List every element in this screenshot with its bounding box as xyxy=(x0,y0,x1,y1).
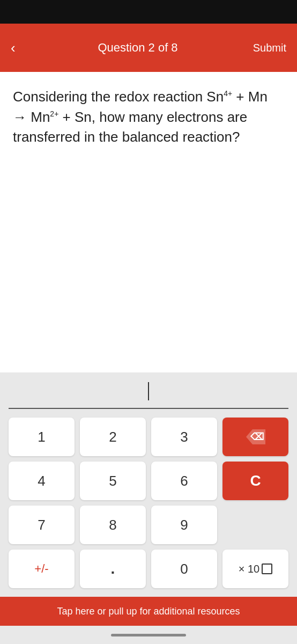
header-bar: ‹ Question 2 of 8 Submit xyxy=(0,24,297,72)
key-1[interactable]: 1 xyxy=(9,418,75,456)
key-x10[interactable]: × 10 xyxy=(222,550,288,588)
empty-cell xyxy=(222,506,288,544)
x10-box xyxy=(262,564,272,574)
key-8[interactable]: 8 xyxy=(80,506,146,544)
key-4[interactable]: 4 xyxy=(9,462,75,500)
key-3[interactable]: 3 xyxy=(151,418,217,456)
question-area: Considering the redox reaction Sn4+ + Mn… xyxy=(0,72,297,372)
submit-button[interactable]: Submit xyxy=(243,42,286,54)
back-button[interactable]: ‹ xyxy=(11,40,32,56)
input-cursor xyxy=(148,382,149,400)
key-clear[interactable]: C xyxy=(222,462,288,500)
input-display xyxy=(9,372,288,409)
question-text: Considering the redox reaction Sn4+ + Mn… xyxy=(13,87,284,148)
key-6[interactable]: 6 xyxy=(151,462,217,500)
home-line xyxy=(111,634,186,636)
svg-text:⌫: ⌫ xyxy=(249,431,263,442)
home-indicator xyxy=(0,626,297,644)
delete-icon: ⌫ xyxy=(246,429,265,444)
key-9[interactable]: 9 xyxy=(151,506,217,544)
key-2[interactable]: 2 xyxy=(80,418,146,456)
bottom-resources-bar[interactable]: Tap here or pull up for additional resou… xyxy=(0,597,297,626)
key-0[interactable]: 0 xyxy=(151,550,217,588)
question-progress: Question 2 of 8 xyxy=(32,41,243,55)
key-5[interactable]: 5 xyxy=(80,462,146,500)
key-plus-minus[interactable]: +/- xyxy=(9,550,75,588)
key-delete[interactable]: ⌫ xyxy=(222,418,288,456)
key-7[interactable]: 7 xyxy=(9,506,75,544)
status-bar xyxy=(0,0,297,24)
key-decimal[interactable]: . xyxy=(80,550,146,588)
keypad-area: 1 2 3 ⌫ 4 5 6 C 7 8 9 +/- . 0 × 10 xyxy=(0,372,297,597)
keypad-grid: 1 2 3 ⌫ 4 5 6 C 7 8 9 +/- . 0 × 10 xyxy=(9,418,288,597)
bottom-bar-label: Tap here or pull up for additional resou… xyxy=(57,606,240,617)
